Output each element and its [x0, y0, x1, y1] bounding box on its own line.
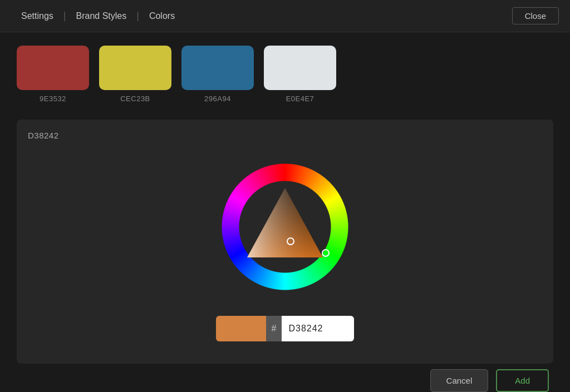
- swatch-item-4[interactable]: E0E4E7: [264, 46, 336, 103]
- swatch-item-3[interactable]: 296A94: [181, 46, 254, 103]
- swatch-box-4[interactable]: [264, 46, 336, 90]
- swatch-item-1[interactable]: 9E3532: [17, 46, 89, 103]
- picker-panel: D38242: [17, 120, 553, 364]
- color-wheel-svg: [213, 155, 357, 299]
- nav-colors[interactable]: Colors: [139, 0, 185, 32]
- swatch-label-2: CEC23B: [120, 95, 150, 103]
- header: Settings | Brand Styles | Colors Close: [0, 0, 570, 32]
- swatch-box-3[interactable]: [181, 46, 254, 90]
- inner-indicator-dot[interactable]: [287, 237, 294, 245]
- main-content: 9E3532CEC23B296A94E0E4E7 D38242: [0, 32, 570, 392]
- swatch-label-1: 9E3532: [40, 95, 66, 103]
- color-wheel-container[interactable]: [213, 155, 357, 299]
- add-button[interactable]: Add: [496, 369, 549, 392]
- swatch-box-1[interactable]: [17, 46, 89, 90]
- outer-indicator-dot[interactable]: [322, 249, 330, 257]
- hex-color-preview: [216, 316, 266, 341]
- swatch-item-2[interactable]: CEC23B: [99, 46, 171, 103]
- picker-hex-display: D38242: [28, 131, 59, 140]
- swatches-row: 9E3532CEC23B296A94E0E4E7: [17, 46, 553, 103]
- action-row: Cancel Add: [17, 369, 553, 392]
- hex-input[interactable]: [282, 316, 354, 341]
- hex-input-row: #: [216, 316, 355, 341]
- nav-brand-styles[interactable]: Brand Styles: [66, 0, 137, 32]
- close-button[interactable]: Close: [512, 7, 559, 24]
- hex-hash-symbol: #: [266, 316, 282, 341]
- swatch-label-3: 296A94: [204, 95, 231, 103]
- nav-settings[interactable]: Settings: [11, 0, 63, 32]
- swatch-box-2[interactable]: [99, 46, 171, 90]
- cancel-button[interactable]: Cancel: [430, 369, 489, 392]
- swatch-label-4: E0E4E7: [286, 95, 315, 103]
